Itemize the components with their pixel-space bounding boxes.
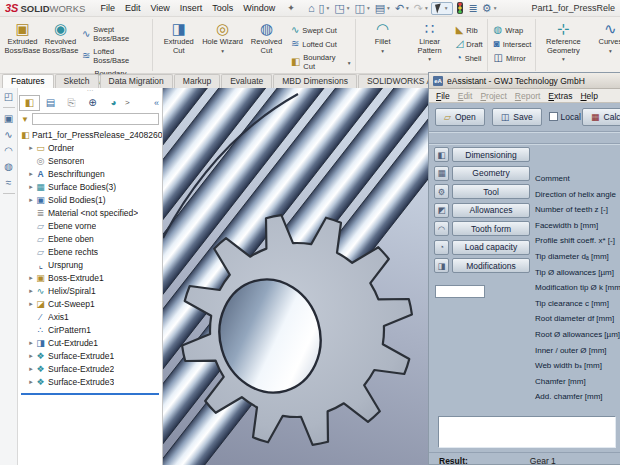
- geometry-icon[interactable]: ▦: [434, 166, 449, 181]
- solid-tool-icon[interactable]: ▣: [4, 113, 13, 124]
- more-tabs-icon[interactable]: >: [125, 98, 130, 107]
- view-cube-icon[interactable]: ◰: [4, 91, 13, 102]
- tree-item-cut-sweep1[interactable]: ▸◪Cut-Sweep1: [18, 297, 162, 310]
- tree-root[interactable]: ◧Part1_for_PressRelease_24082601 (Stan: [18, 128, 162, 141]
- menu-view[interactable]: View: [145, 3, 174, 13]
- rib-button[interactable]: ◣Rib: [456, 25, 483, 35]
- dropdown-icon[interactable]: ▾: [347, 5, 350, 11]
- expander-icon[interactable]: ▸: [27, 287, 35, 295]
- tree-filter-input[interactable]: [32, 113, 159, 125]
- local-checkbox[interactable]: Local: [549, 112, 581, 122]
- tree-item-beschriftungen[interactable]: ▸ABeschriftungen: [18, 167, 162, 180]
- checkbox-icon[interactable]: [549, 112, 558, 121]
- tree-item-ebene-rechts[interactable]: ▱Ebene rechts: [18, 245, 162, 258]
- message-listbox[interactable]: [438, 416, 616, 448]
- expander-icon[interactable]: ▸: [27, 339, 35, 347]
- menu-insert[interactable]: Insert: [175, 3, 208, 13]
- tool-button[interactable]: Tool: [452, 184, 530, 199]
- display-settings-button[interactable]: ≣: [467, 3, 480, 14]
- dropdown-icon[interactable]: ▾: [406, 5, 409, 11]
- tab-sketch[interactable]: Sketch: [55, 74, 99, 88]
- dropdown-icon[interactable]: ▾: [367, 5, 370, 11]
- tree-item-cirpattern1[interactable]: ∴CirPattern1: [18, 323, 162, 336]
- tree-item-ordner[interactable]: ▸▭Ordner: [18, 141, 162, 154]
- expander-icon[interactable]: ▸: [27, 183, 35, 191]
- modifications-button[interactable]: Modifications: [452, 258, 530, 273]
- rebuild-button[interactable]: [453, 2, 467, 14]
- helix-tool-icon[interactable]: ≈: [6, 177, 12, 188]
- tooth-form-icon[interactable]: ◠: [434, 221, 449, 236]
- tooth-form-button[interactable]: Tooth form: [452, 221, 530, 236]
- tab-features[interactable]: Features: [2, 74, 54, 88]
- extruded-cut-button[interactable]: ◨Extruded Cut: [157, 21, 200, 55]
- load-capacity-button[interactable]: Load capacity: [452, 240, 530, 255]
- linear-pattern-button[interactable]: ∷Linear Pattern▾: [407, 21, 453, 62]
- load-capacity-icon[interactable]: ◔: [434, 240, 449, 255]
- expander-icon[interactable]: ▸: [27, 365, 35, 373]
- tree-item-surface-extrude3[interactable]: ▸❖Surface-Extrude3: [18, 375, 162, 388]
- menu-edit[interactable]: Edit: [120, 3, 146, 13]
- intersect-button[interactable]: ◙Intersect: [494, 39, 532, 49]
- geometry-button[interactable]: Geometry: [452, 166, 530, 181]
- wrap-button[interactable]: ◍Wrap: [494, 25, 532, 35]
- tree-item-ebene-vorne[interactable]: ▱Ebene vorne: [18, 219, 162, 232]
- wrap-tool-icon[interactable]: ◍: [4, 161, 13, 172]
- select-tool-button[interactable]: ▾: [431, 2, 453, 15]
- home-button[interactable]: ⌂: [306, 3, 317, 14]
- tree-item-ebene-oben[interactable]: ▱Ebene oben: [18, 232, 162, 245]
- rollback-bar[interactable]: [21, 393, 159, 395]
- fillet-button[interactable]: ◠Fillet▾: [360, 21, 406, 54]
- dropdown-icon[interactable]: ▾: [221, 48, 224, 54]
- tree-item-ursprung[interactable]: ⌞Ursprung: [18, 258, 162, 271]
- open-document-button[interactable]: ◳▾: [332, 3, 352, 14]
- draft-button[interactable]: ◿Draft: [456, 39, 483, 49]
- new-document-button[interactable]: ▯▾: [317, 3, 333, 14]
- dropdown-icon[interactable]: ▾: [348, 60, 351, 66]
- dropdown-icon[interactable]: ▾: [445, 5, 448, 11]
- section-value-input[interactable]: [435, 285, 485, 298]
- tree-item-surface-bodies[interactable]: ▸▦Surface Bodies(3): [18, 180, 162, 193]
- tab-display-manager[interactable]: ◕: [103, 95, 124, 111]
- tool-icon[interactable]: ⚙: [434, 184, 449, 199]
- tree-item-cut-extrude1[interactable]: ▸◨Cut-Extrude1: [18, 336, 162, 349]
- expander-icon[interactable]: ▸: [27, 144, 35, 152]
- ea-menu-file[interactable]: File: [432, 91, 454, 101]
- expander-icon[interactable]: ▸: [27, 300, 35, 308]
- dimensioning-icon[interactable]: ◧: [434, 147, 449, 162]
- menu-window[interactable]: Window: [238, 3, 280, 13]
- tree-item-sensoren[interactable]: ◎Sensoren: [18, 154, 162, 167]
- undo-button[interactable]: ↶▾: [393, 3, 412, 14]
- dropdown-icon[interactable]: ▾: [609, 48, 612, 54]
- tab-evaluate[interactable]: Evaluate: [221, 74, 272, 88]
- menu-tools[interactable]: Tools: [207, 3, 238, 13]
- ea-open-button[interactable]: ▱Open: [435, 108, 485, 126]
- tab-dimxpert[interactable]: ⊕: [82, 95, 103, 111]
- expander-icon[interactable]: ▸: [27, 352, 35, 360]
- tree-item-surface-extrude1[interactable]: ▸❖Surface-Extrude1: [18, 349, 162, 362]
- boundary-cut-button[interactable]: ◧Boundary Cut▾: [291, 53, 351, 71]
- pin-menu-icon[interactable]: ✦: [287, 3, 295, 13]
- print-button[interactable]: ▤▾: [373, 3, 393, 14]
- tab-markup[interactable]: Markup: [174, 74, 220, 88]
- mirror-button[interactable]: ◫Mirror: [494, 53, 532, 63]
- ea-calculate-button[interactable]: ▦Calcula: [582, 108, 620, 126]
- expander-icon[interactable]: ▸: [27, 170, 35, 178]
- tree-item-boss-extrude1[interactable]: ▸▣Boss-Extrude1: [18, 271, 162, 284]
- ea-menu-help[interactable]: Help: [576, 91, 601, 101]
- lofted-boss-base-button[interactable]: ≋Lofted Boss/Base: [82, 47, 148, 65]
- expander-icon[interactable]: ▸: [27, 274, 35, 282]
- tab-mbd-dimensions[interactable]: MBD Dimensions: [273, 74, 357, 88]
- save-button[interactable]: ◫▾: [353, 3, 373, 14]
- swept-cut-button[interactable]: ∿Swept Cut: [291, 25, 351, 35]
- tab-property-manager[interactable]: ▤: [40, 95, 61, 111]
- revolved-boss-base-button[interactable]: ◉Revolved Boss/Base: [42, 21, 79, 55]
- tab-configuration-manager[interactable]: ⎘: [61, 95, 82, 111]
- extruded-boss-base-button[interactable]: ▣Extruded Boss/Base: [4, 21, 41, 55]
- ea-save-button[interactable]: ◫Save: [492, 108, 542, 126]
- dropdown-icon[interactable]: ▾: [381, 48, 384, 54]
- modifications-icon[interactable]: ◨: [434, 258, 449, 273]
- dropdown-icon[interactable]: ▾: [494, 5, 497, 11]
- dropdown-icon[interactable]: ▾: [387, 5, 390, 11]
- tree-item-axis1[interactable]: ⁄Axis1: [18, 310, 162, 323]
- tree-item-helix-spiral1[interactable]: ▸∿Helix/Spiral1: [18, 284, 162, 297]
